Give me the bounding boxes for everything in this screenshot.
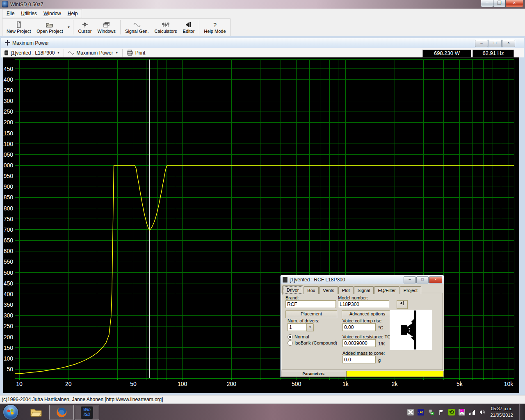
tab-eq-filter[interactable]: EQ/Filter — [374, 286, 399, 294]
svg-text:100: 100 — [178, 381, 187, 387]
speaker-icon — [400, 301, 405, 306]
speaker-test-button[interactable] — [397, 300, 408, 309]
tray-usb-eject-icon[interactable] — [427, 409, 434, 416]
dialog-title: [1]vented : RCF L18P300 — [290, 277, 345, 283]
toolbar-separator — [64, 49, 64, 57]
svg-text:350: 350 — [4, 301, 14, 308]
start-button[interactable] — [3, 405, 18, 420]
project-selector[interactable]: [1]vented : L18P300 ▼ — [1, 48, 63, 57]
tab-project[interactable]: Project — [400, 286, 421, 294]
dialog-minimize-button[interactable]: – — [404, 276, 416, 283]
show-desktop-button[interactable] — [519, 404, 525, 420]
taskbar: Win ISD 60 — [0, 404, 525, 420]
driver-icon — [283, 277, 288, 283]
windows-button[interactable]: Windows — [94, 19, 119, 36]
menu-window[interactable]: Window — [40, 10, 64, 17]
voice-coil-temp-unit: °C — [378, 325, 383, 330]
taskbar-clock[interactable]: 05:37 p.m. 21/05/2012 — [487, 405, 516, 418]
num-drivers-label: Num. of drivers: — [288, 318, 320, 323]
tab-plot[interactable]: Plot — [338, 286, 354, 294]
voice-coil-resistance-unit: 1/K — [378, 341, 385, 346]
system-tray: 60 — [407, 406, 486, 419]
driver-icon — [4, 50, 9, 56]
graph-type-selector[interactable]: Maximum Power ▼ — [65, 48, 121, 57]
voice-coil-temp-field[interactable] — [342, 323, 376, 331]
status-bar: (c)1996-2004 Juha Hartikainen, Janne Aho… — [0, 395, 525, 404]
dialog-restore-button[interactable]: □ — [416, 276, 429, 283]
taskbar-explorer-button[interactable] — [27, 405, 45, 419]
minimize-button[interactable]: – — [481, 0, 493, 7]
parameters-status-panel: Parameters — [281, 371, 346, 377]
dialog-close-button[interactable]: × — [429, 276, 442, 283]
svg-text:200: 200 — [4, 334, 14, 340]
isobarik-radio-label[interactable]: IsoBarik (Compound) — [294, 340, 337, 345]
tray-app-x-60-icon[interactable]: 60 — [458, 409, 465, 416]
app-title: WinISD 0.50a7 — [10, 2, 43, 7]
chart-window-minimize-button[interactable]: – — [475, 40, 488, 47]
taskbar-firefox-button[interactable] — [49, 405, 74, 420]
help-mode-button[interactable]: ? Help Mode — [201, 19, 228, 36]
isobarik-radio[interactable] — [288, 340, 293, 346]
tray-network-signal-icon[interactable] — [468, 409, 475, 416]
brand-field[interactable] — [285, 300, 336, 308]
tab-box[interactable]: Box — [304, 286, 319, 294]
tab-signal[interactable]: Signal — [354, 286, 374, 294]
winisd-icon: Win ISD — [81, 406, 93, 419]
tray-wireless-icon[interactable] — [417, 409, 424, 416]
maximize-button[interactable]: ❐ — [493, 0, 506, 7]
svg-text:1k: 1k — [342, 381, 349, 387]
svg-text:300: 300 — [4, 312, 14, 319]
svg-text:950: 950 — [4, 173, 14, 179]
toolbar-separator — [122, 49, 123, 57]
open-project-button[interactable]: Open Project — [34, 19, 66, 36]
svg-text:250: 250 — [4, 323, 14, 329]
chart-window-title: Maximum Power — [12, 40, 49, 46]
print-button[interactable]: Print — [123, 48, 148, 57]
toolbar-separator — [73, 20, 73, 34]
chart-window-close-button[interactable]: × — [502, 40, 515, 47]
svg-text:650: 650 — [4, 237, 14, 244]
driver-drawing — [390, 310, 432, 350]
svg-text:100: 100 — [4, 355, 14, 362]
tab-driver[interactable]: Driver — [282, 285, 303, 294]
normal-radio-label[interactable]: Normal — [294, 334, 309, 339]
svg-text:10: 10 — [16, 381, 23, 387]
svg-text:?: ? — [213, 21, 217, 28]
calculators-button[interactable]: Calculators — [152, 19, 180, 36]
tray-nvidia-icon[interactable] — [448, 409, 455, 416]
winisd-app-icon — [2, 1, 8, 7]
tray-action-center-flag-icon[interactable] — [438, 409, 445, 416]
menu-file[interactable]: File — [3, 10, 18, 17]
new-project-button[interactable]: New Project — [4, 19, 34, 36]
svg-text:1300: 1300 — [3, 98, 13, 104]
normal-radio[interactable] — [288, 334, 293, 340]
menu-help[interactable]: Help — [64, 10, 81, 17]
chart-window-restore-button[interactable]: □ — [488, 40, 502, 47]
added-mass-field[interactable] — [342, 356, 376, 363]
num-drivers-dropdown[interactable]: ▼ — [306, 324, 314, 331]
close-button[interactable]: × — [505, 0, 523, 7]
app-titlebar: WinISD 0.50a7 — [0, 0, 525, 9]
driver-dialog: [1]vented : RCF L18P300 – □ × Driver Box… — [280, 275, 444, 377]
open-project-dropdown[interactable]: ▼ — [66, 19, 72, 36]
taskbar-winisd-button[interactable]: Win ISD — [75, 405, 99, 420]
menu-utilities[interactable]: Utilities — [18, 10, 40, 17]
voice-coil-resistance-field[interactable] — [342, 339, 376, 347]
tab-vents[interactable]: Vents — [319, 286, 338, 294]
signal-gen-button[interactable]: Signal Gen. — [122, 19, 151, 36]
svg-text:500: 500 — [292, 381, 301, 387]
svg-text:50: 50 — [130, 381, 137, 387]
open-folder-icon — [46, 21, 54, 28]
new-document-icon — [15, 21, 23, 28]
cursor-power-readout: 698.230 W — [422, 50, 471, 57]
advanced-options-button[interactable]: Advanced options — [342, 310, 393, 318]
editor-button[interactable]: Editor — [180, 19, 198, 36]
tray-app-x-icon[interactable] — [407, 409, 414, 416]
chevron-down-icon: ▼ — [67, 25, 71, 29]
tray-volume-icon[interactable] — [479, 409, 486, 416]
cursor-button[interactable]: Cursor — [75, 19, 94, 36]
menu-bar: File Utilities Window Help — [0, 9, 525, 18]
svg-text:200: 200 — [227, 381, 237, 387]
model-number-field[interactable] — [338, 300, 389, 308]
placement-button[interactable]: Placement — [285, 310, 337, 318]
